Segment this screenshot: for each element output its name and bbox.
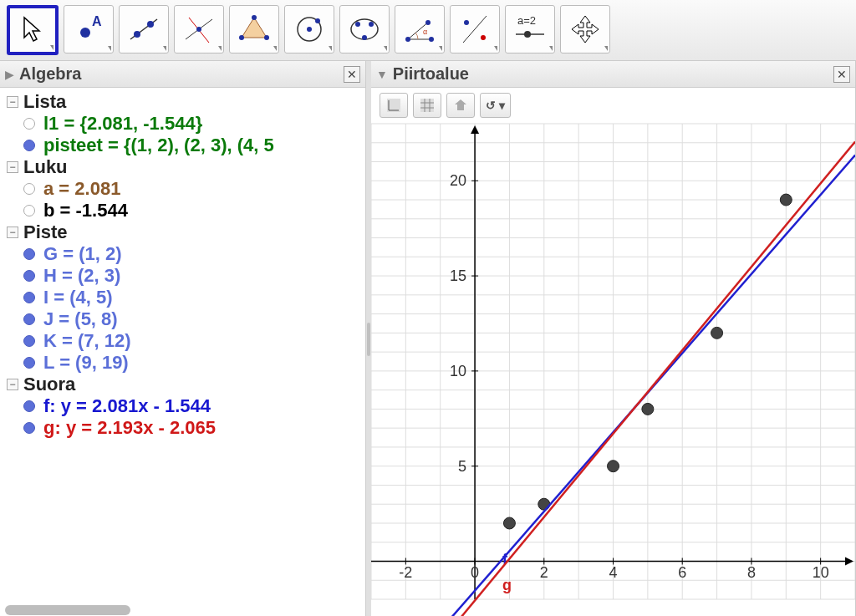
settings-dropdown[interactable]: ↺ ▾: [480, 93, 511, 118]
algebra-item-label: b = -1.544: [43, 200, 128, 221]
svg-point-4: [147, 21, 154, 28]
collapse-icon[interactable]: −: [7, 379, 18, 390]
svg-text:A: A: [92, 14, 102, 28]
graphics-panel: ▼ Piirtoalue ✕ ↺ ▾ -202468105101520fg: [371, 61, 856, 616]
svg-point-23: [429, 37, 434, 42]
category-label: Piste: [23, 221, 68, 243]
svg-text:15: 15: [450, 267, 466, 284]
svg-text:a=2: a=2: [517, 14, 536, 27]
tool-angle[interactable]: α: [395, 5, 445, 53]
category-label: Luku: [23, 156, 68, 178]
algebra-item[interactable]: b = -1.544: [0, 200, 365, 221]
expand-arrow-icon[interactable]: ▶: [5, 68, 14, 81]
visibility-bullet[interactable]: [23, 140, 35, 151]
svg-point-3: [134, 31, 140, 38]
tool-ellipse[interactable]: [339, 5, 390, 53]
algebra-item-label: I = (4, 5): [43, 287, 113, 308]
svg-point-17: [369, 22, 374, 27]
algebra-item[interactable]: f: y = 2.081x - 1.544: [0, 395, 365, 417]
collapse-icon[interactable]: −: [7, 227, 18, 238]
collapse-icon[interactable]: −: [7, 96, 18, 108]
svg-text:10: 10: [813, 564, 829, 581]
tool-point[interactable]: A: [64, 5, 114, 53]
svg-text:20: 20: [450, 172, 466, 189]
tool-move[interactable]: [7, 5, 59, 55]
visibility-bullet[interactable]: [23, 292, 35, 303]
collapse-arrow-icon[interactable]: ▼: [376, 68, 388, 81]
graphics-header: ▼ Piirtoalue ✕: [371, 61, 855, 88]
category-piste[interactable]: −Piste: [0, 221, 365, 243]
visibility-bullet[interactable]: [23, 183, 35, 195]
svg-point-13: [307, 27, 312, 32]
visibility-bullet[interactable]: [23, 118, 35, 130]
visibility-bullet[interactable]: [23, 335, 35, 347]
category-label: Lista: [23, 91, 66, 113]
algebra-item-label: f: y = 2.081x - 1.544: [43, 395, 211, 417]
visibility-bullet[interactable]: [23, 313, 35, 325]
algebra-item-label: G = (1, 2): [43, 243, 122, 265]
svg-point-102: [608, 461, 619, 472]
svg-point-18: [362, 35, 367, 40]
plot-svg: -202468105101520fg: [371, 124, 855, 616]
svg-point-103: [642, 403, 654, 415]
algebra-body: −Listal1 = {2.081, -1.544}pisteet = {(1,…: [0, 88, 365, 616]
category-suora[interactable]: −Suora: [0, 374, 365, 395]
category-label: Suora: [23, 374, 75, 395]
algebra-item[interactable]: H = (2, 3): [0, 265, 365, 287]
visibility-bullet[interactable]: [23, 357, 35, 369]
axes-toggle-button[interactable]: [380, 93, 408, 118]
graphics-toolbar: ↺ ▾: [371, 88, 855, 124]
grid-toggle-button[interactable]: [413, 93, 441, 118]
home-button[interactable]: [446, 93, 475, 118]
svg-point-100: [503, 517, 515, 529]
svg-point-104: [711, 327, 723, 339]
graphics-canvas[interactable]: -202468105101520fg: [371, 124, 855, 616]
svg-text:8: 8: [747, 564, 756, 581]
svg-point-10: [264, 35, 269, 40]
algebra-item-label: L = (9, 19): [43, 352, 129, 374]
algebra-item-label: l1 = {2.081, -1.544}: [43, 113, 202, 135]
visibility-bullet[interactable]: [23, 205, 35, 216]
algebra-item[interactable]: l1 = {2.081, -1.544}: [0, 113, 365, 135]
algebra-item[interactable]: K = (7, 12): [0, 330, 365, 352]
algebra-item[interactable]: L = (9, 19): [0, 352, 365, 374]
tool-move-view[interactable]: [560, 5, 610, 53]
svg-point-7: [196, 27, 201, 32]
svg-point-24: [425, 20, 431, 25]
algebra-item[interactable]: G = (1, 2): [0, 243, 365, 265]
svg-text:6: 6: [678, 564, 686, 581]
svg-point-9: [252, 15, 257, 20]
category-luku[interactable]: −Luku: [0, 156, 365, 178]
algebra-item[interactable]: I = (4, 5): [0, 287, 365, 308]
algebra-item-label: J = (5, 8): [43, 308, 118, 330]
svg-point-30: [524, 31, 531, 38]
algebra-item-label: pisteet = {(1, 2), (2, 3), (4, 5: [43, 135, 274, 156]
category-lista[interactable]: −Lista: [0, 91, 365, 113]
algebra-item[interactable]: J = (5, 8): [0, 308, 365, 330]
algebra-item[interactable]: pisteet = {(1, 2), (2, 3), (4, 5: [0, 135, 365, 156]
svg-marker-8: [242, 18, 267, 38]
algebra-item[interactable]: a = 2.081: [0, 178, 365, 200]
graphics-title: Piirtoalue: [393, 64, 833, 84]
visibility-bullet[interactable]: [23, 422, 35, 434]
scrollbar-horizontal[interactable]: [5, 605, 130, 615]
tool-circle[interactable]: [284, 5, 334, 53]
tool-slider[interactable]: a=2: [505, 5, 555, 53]
svg-text:g: g: [502, 577, 512, 593]
tool-polygon[interactable]: [229, 5, 279, 53]
tool-reflect[interactable]: [450, 5, 500, 53]
visibility-bullet[interactable]: [23, 270, 35, 282]
main-toolbar: A α a=2: [0, 0, 856, 61]
algebra-item-label: K = (7, 12): [43, 330, 131, 352]
close-algebra-button[interactable]: ✕: [344, 66, 360, 83]
visibility-bullet[interactable]: [23, 248, 35, 260]
tool-perpendicular[interactable]: [174, 5, 224, 53]
close-graphics-button[interactable]: ✕: [833, 66, 850, 83]
visibility-bullet[interactable]: [23, 400, 35, 412]
tool-line[interactable]: [119, 5, 169, 53]
algebra-item-label: g: y = 2.193x - 2.065: [43, 417, 216, 439]
collapse-icon[interactable]: −: [7, 161, 18, 173]
svg-text:10: 10: [450, 363, 466, 379]
svg-text:5: 5: [458, 458, 466, 475]
algebra-item[interactable]: g: y = 2.193x - 2.065: [0, 417, 365, 439]
